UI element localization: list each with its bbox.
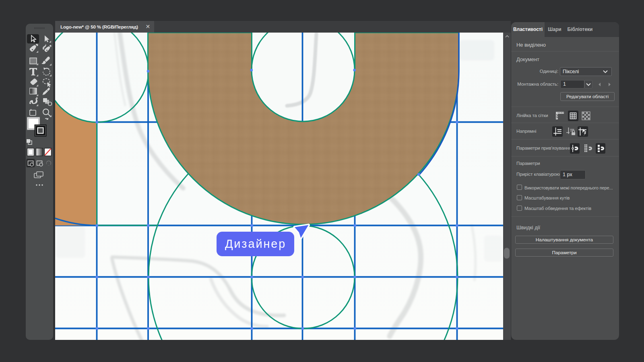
- svg-text:Дизайнер: Дизайнер: [225, 237, 286, 250]
